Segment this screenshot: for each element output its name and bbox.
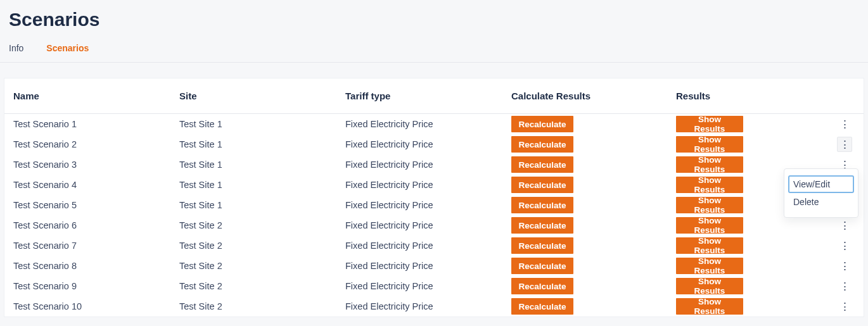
cell-results: Show Results bbox=[676, 278, 828, 294]
cell-name: Test Scenario 10 bbox=[13, 301, 179, 311]
cell-site: Test Site 1 bbox=[179, 139, 345, 149]
vertical-dots-icon: ⋮ bbox=[839, 261, 850, 272]
tab-scenarios[interactable]: Scenarios bbox=[46, 43, 89, 57]
cell-site: Test Site 2 bbox=[179, 281, 345, 291]
show-results-button[interactable]: Show Results bbox=[676, 197, 743, 213]
cell-name: Test Scenario 2 bbox=[13, 139, 179, 149]
column-header-calculate: Calculate Results bbox=[511, 91, 676, 101]
cell-tariff: Fixed Electricity Price bbox=[345, 220, 511, 230]
vertical-dots-icon: ⋮ bbox=[839, 119, 850, 130]
recalculate-button[interactable]: Recalculate bbox=[511, 177, 573, 193]
page-title: Scenarios bbox=[0, 0, 868, 43]
vertical-dots-icon: ⋮ bbox=[839, 241, 850, 251]
show-results-button[interactable]: Show Results bbox=[676, 177, 743, 193]
cell-tariff: Fixed Electricity Price bbox=[345, 261, 511, 271]
cell-actions: ⋮ bbox=[828, 218, 855, 233]
recalculate-button[interactable]: Recalculate bbox=[511, 258, 573, 274]
cell-name: Test Scenario 7 bbox=[13, 241, 179, 251]
cell-tariff: Fixed Electricity Price bbox=[345, 200, 511, 210]
cell-actions: ⋮ bbox=[828, 299, 855, 314]
cell-actions: ⋮ bbox=[828, 116, 855, 132]
cell-tariff: Fixed Electricity Price bbox=[345, 160, 511, 170]
table-row: Test Scenario 8Test Site 2Fixed Electric… bbox=[4, 256, 864, 276]
cell-results: Show Results bbox=[676, 258, 828, 274]
show-results-button[interactable]: Show Results bbox=[676, 136, 743, 153]
cell-site: Test Site 1 bbox=[179, 180, 345, 190]
recalculate-button[interactable]: Recalculate bbox=[511, 136, 573, 153]
cell-site: Test Site 1 bbox=[179, 200, 345, 210]
column-header-results: Results bbox=[676, 91, 828, 101]
cell-results: Show Results bbox=[676, 136, 828, 153]
cell-calculate: Recalculate bbox=[511, 258, 676, 274]
cell-site: Test Site 1 bbox=[179, 160, 345, 170]
row-actions-menu-button[interactable]: ⋮ bbox=[837, 299, 852, 314]
row-actions-menu-button[interactable]: ⋮ bbox=[837, 279, 852, 294]
scenarios-table: Name Site Tariff type Calculate Results … bbox=[4, 78, 864, 317]
cell-name: Test Scenario 3 bbox=[13, 160, 179, 170]
recalculate-button[interactable]: Recalculate bbox=[511, 197, 573, 213]
row-context-menu: View/EditDelete bbox=[784, 168, 858, 218]
cell-name: Test Scenario 5 bbox=[13, 200, 179, 210]
cell-name: Test Scenario 6 bbox=[13, 220, 179, 230]
column-header-tariff: Tariff type bbox=[345, 91, 511, 101]
cell-calculate: Recalculate bbox=[511, 136, 676, 153]
cell-calculate: Recalculate bbox=[511, 197, 676, 213]
column-header-name: Name bbox=[13, 91, 179, 101]
vertical-dots-icon: ⋮ bbox=[839, 220, 850, 231]
table-row: Test Scenario 1Test Site 1Fixed Electric… bbox=[4, 114, 864, 134]
cell-actions: ⋮ bbox=[828, 279, 855, 294]
table-header-row: Name Site Tariff type Calculate Results … bbox=[4, 78, 864, 114]
table-row: Test Scenario 2Test Site 1Fixed Electric… bbox=[4, 134, 864, 154]
cell-actions: ⋮ bbox=[828, 137, 855, 152]
show-results-button[interactable]: Show Results bbox=[676, 258, 743, 274]
cell-actions: ⋮ bbox=[828, 238, 855, 253]
cell-site: Test Site 2 bbox=[179, 261, 345, 271]
recalculate-button[interactable]: Recalculate bbox=[511, 217, 573, 234]
show-results-button[interactable]: Show Results bbox=[676, 156, 743, 173]
recalculate-button[interactable]: Recalculate bbox=[511, 116, 573, 132]
cell-tariff: Fixed Electricity Price bbox=[345, 180, 511, 190]
show-results-button[interactable]: Show Results bbox=[676, 217, 743, 234]
column-header-site: Site bbox=[179, 91, 345, 101]
cell-site: Test Site 1 bbox=[179, 119, 345, 129]
table-row: Test Scenario 9Test Site 2Fixed Electric… bbox=[4, 276, 864, 296]
cell-tariff: Fixed Electricity Price bbox=[345, 119, 511, 129]
row-actions-menu-button[interactable]: ⋮ bbox=[837, 258, 852, 273]
cell-site: Test Site 2 bbox=[179, 301, 345, 311]
row-actions-menu-button[interactable]: ⋮ bbox=[837, 218, 852, 233]
context-menu-item-view-edit[interactable]: View/Edit bbox=[788, 175, 854, 193]
show-results-button[interactable]: Show Results bbox=[676, 237, 743, 254]
cell-tariff: Fixed Electricity Price bbox=[345, 301, 511, 311]
table-row: Test Scenario 5Test Site 1Fixed Electric… bbox=[4, 195, 864, 215]
cell-results: Show Results bbox=[676, 298, 828, 315]
cell-calculate: Recalculate bbox=[511, 298, 676, 315]
row-actions-menu-button[interactable]: ⋮ bbox=[837, 238, 852, 253]
recalculate-button[interactable]: Recalculate bbox=[511, 237, 573, 254]
recalculate-button[interactable]: Recalculate bbox=[511, 156, 573, 173]
cell-results: Show Results bbox=[676, 237, 828, 254]
recalculate-button[interactable]: Recalculate bbox=[511, 278, 573, 294]
cell-actions: ⋮ bbox=[828, 258, 855, 273]
show-results-button[interactable]: Show Results bbox=[676, 298, 743, 315]
show-results-button[interactable]: Show Results bbox=[676, 278, 743, 294]
cell-name: Test Scenario 9 bbox=[13, 281, 179, 291]
cell-tariff: Fixed Electricity Price bbox=[345, 139, 511, 149]
cell-name: Test Scenario 8 bbox=[13, 261, 179, 271]
cell-calculate: Recalculate bbox=[511, 278, 676, 294]
cell-site: Test Site 2 bbox=[179, 241, 345, 251]
table-row: Test Scenario 4Test Site 1Fixed Electric… bbox=[4, 175, 864, 195]
tab-info[interactable]: Info bbox=[9, 43, 23, 57]
cell-calculate: Recalculate bbox=[511, 116, 676, 132]
cell-calculate: Recalculate bbox=[511, 156, 676, 173]
recalculate-button[interactable]: Recalculate bbox=[511, 298, 573, 315]
cell-results: Show Results bbox=[676, 217, 828, 234]
vertical-dots-icon: ⋮ bbox=[839, 139, 850, 150]
row-actions-menu-button[interactable]: ⋮ bbox=[837, 137, 852, 152]
row-actions-menu-button[interactable]: ⋮ bbox=[837, 116, 852, 132]
cell-site: Test Site 2 bbox=[179, 220, 345, 230]
context-menu-item-delete[interactable]: Delete bbox=[788, 193, 854, 211]
table-row: Test Scenario 3Test Site 1Fixed Electric… bbox=[4, 154, 864, 175]
show-results-button[interactable]: Show Results bbox=[676, 116, 743, 132]
cell-calculate: Recalculate bbox=[511, 217, 676, 234]
cell-name: Test Scenario 4 bbox=[13, 180, 179, 190]
